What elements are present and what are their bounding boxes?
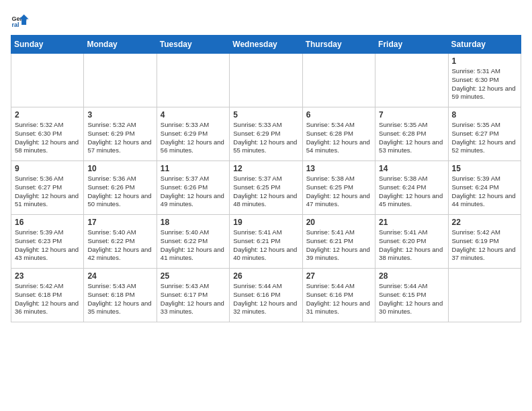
day-info: Sunrise: 5:36 AM Sunset: 6:27 PM Dayligh…	[15, 175, 80, 209]
day-info: Sunrise: 5:32 AM Sunset: 6:30 PM Dayligh…	[15, 121, 80, 155]
day-info: Sunrise: 5:38 AM Sunset: 6:24 PM Dayligh…	[379, 175, 444, 209]
calendar-cell: 6Sunrise: 5:34 AM Sunset: 6:28 PM Daylig…	[302, 107, 375, 161]
day-number: 21	[379, 218, 444, 227]
day-info: Sunrise: 5:43 AM Sunset: 6:17 PM Dayligh…	[161, 282, 226, 316]
calendar-cell: 19Sunrise: 5:41 AM Sunset: 6:21 PM Dayli…	[230, 215, 302, 269]
calendar-cell: 23Sunrise: 5:42 AM Sunset: 6:18 PM Dayli…	[11, 269, 84, 322]
day-number: 5	[233, 110, 298, 120]
calendar-cell: 10Sunrise: 5:36 AM Sunset: 6:26 PM Dayli…	[84, 161, 157, 215]
day-number: 22	[452, 218, 517, 227]
calendar-table: SundayMondayTuesdayWednesdayThursdayFrid…	[11, 35, 521, 322]
logo-icon: Gene ral	[11, 11, 30, 30]
day-info: Sunrise: 5:37 AM Sunset: 6:26 PM Dayligh…	[161, 175, 226, 209]
day-number: 26	[233, 271, 298, 281]
calendar-cell: 9Sunrise: 5:36 AM Sunset: 6:27 PM Daylig…	[11, 161, 84, 215]
calendar-cell: 26Sunrise: 5:44 AM Sunset: 6:16 PM Dayli…	[230, 269, 302, 322]
calendar-cell: 2Sunrise: 5:32 AM Sunset: 6:30 PM Daylig…	[11, 107, 84, 161]
calendar-cell: 14Sunrise: 5:38 AM Sunset: 6:24 PM Dayli…	[375, 161, 448, 215]
day-number: 7	[379, 110, 444, 120]
day-info: Sunrise: 5:33 AM Sunset: 6:29 PM Dayligh…	[161, 121, 226, 155]
day-number: 6	[306, 110, 371, 120]
day-info: Sunrise: 5:33 AM Sunset: 6:29 PM Dayligh…	[233, 121, 298, 155]
day-info: Sunrise: 5:41 AM Sunset: 6:21 PM Dayligh…	[233, 228, 298, 263]
calendar-cell	[84, 54, 157, 107]
calendar-cell	[230, 54, 302, 107]
day-info: Sunrise: 5:34 AM Sunset: 6:28 PM Dayligh…	[306, 121, 371, 155]
calendar-cell: 7Sunrise: 5:35 AM Sunset: 6:28 PM Daylig…	[375, 107, 448, 161]
day-info: Sunrise: 5:44 AM Sunset: 6:16 PM Dayligh…	[233, 282, 298, 316]
calendar-cell: 17Sunrise: 5:40 AM Sunset: 6:22 PM Dayli…	[84, 215, 157, 269]
calendar-cell: 15Sunrise: 5:39 AM Sunset: 6:24 PM Dayli…	[448, 161, 521, 215]
day-info: Sunrise: 5:36 AM Sunset: 6:26 PM Dayligh…	[87, 175, 152, 209]
day-number: 16	[15, 218, 80, 227]
day-info: Sunrise: 5:39 AM Sunset: 6:23 PM Dayligh…	[15, 228, 80, 263]
calendar-cell	[448, 269, 521, 322]
calendar-cell: 12Sunrise: 5:37 AM Sunset: 6:25 PM Dayli…	[230, 161, 302, 215]
day-info: Sunrise: 5:32 AM Sunset: 6:29 PM Dayligh…	[87, 121, 152, 155]
weekday-header-wednesday: Wednesday	[230, 36, 302, 54]
day-info: Sunrise: 5:40 AM Sunset: 6:22 PM Dayligh…	[87, 228, 152, 263]
calendar-cell: 13Sunrise: 5:38 AM Sunset: 6:25 PM Dayli…	[302, 161, 375, 215]
calendar-cell: 20Sunrise: 5:41 AM Sunset: 6:21 PM Dayli…	[302, 215, 375, 269]
day-number: 23	[15, 271, 80, 281]
day-info: Sunrise: 5:40 AM Sunset: 6:22 PM Dayligh…	[161, 228, 226, 263]
day-number: 2	[15, 110, 80, 120]
calendar-cell: 27Sunrise: 5:44 AM Sunset: 6:16 PM Dayli…	[302, 269, 375, 322]
calendar-cell: 11Sunrise: 5:37 AM Sunset: 6:26 PM Dayli…	[157, 161, 229, 215]
calendar-cell: 28Sunrise: 5:44 AM Sunset: 6:15 PM Dayli…	[375, 269, 448, 322]
calendar-cell: 16Sunrise: 5:39 AM Sunset: 6:23 PM Dayli…	[11, 215, 84, 269]
weekday-header-thursday: Thursday	[302, 36, 375, 54]
day-info: Sunrise: 5:41 AM Sunset: 6:20 PM Dayligh…	[379, 228, 444, 263]
calendar-cell: 8Sunrise: 5:35 AM Sunset: 6:27 PM Daylig…	[448, 107, 521, 161]
calendar-week-row: 1Sunrise: 5:31 AM Sunset: 6:30 PM Daylig…	[11, 54, 521, 107]
calendar-cell	[302, 54, 375, 107]
calendar-cell: 25Sunrise: 5:43 AM Sunset: 6:17 PM Dayli…	[157, 269, 229, 322]
weekday-header-saturday: Saturday	[448, 36, 521, 54]
day-number: 1	[452, 56, 517, 66]
weekday-header-monday: Monday	[84, 36, 157, 54]
day-info: Sunrise: 5:43 AM Sunset: 6:18 PM Dayligh…	[87, 282, 152, 316]
day-number: 14	[379, 164, 444, 173]
day-number: 12	[233, 164, 298, 173]
svg-text:ral: ral	[11, 21, 19, 28]
day-number: 24	[87, 271, 152, 281]
calendar-cell: 18Sunrise: 5:40 AM Sunset: 6:22 PM Dayli…	[157, 215, 229, 269]
calendar-header-row: SundayMondayTuesdayWednesdayThursdayFrid…	[11, 36, 521, 54]
calendar-week-row: 16Sunrise: 5:39 AM Sunset: 6:23 PM Dayli…	[11, 215, 521, 269]
day-info: Sunrise: 5:41 AM Sunset: 6:21 PM Dayligh…	[306, 228, 371, 263]
calendar-cell	[157, 54, 229, 107]
calendar-cell: 22Sunrise: 5:42 AM Sunset: 6:19 PM Dayli…	[448, 215, 521, 269]
day-number: 15	[452, 164, 517, 173]
day-number: 27	[306, 271, 371, 281]
day-info: Sunrise: 5:37 AM Sunset: 6:25 PM Dayligh…	[233, 175, 298, 209]
calendar-cell: 3Sunrise: 5:32 AM Sunset: 6:29 PM Daylig…	[84, 107, 157, 161]
day-number: 3	[87, 110, 152, 120]
weekday-header-tuesday: Tuesday	[157, 36, 229, 54]
day-number: 20	[306, 218, 371, 227]
day-info: Sunrise: 5:35 AM Sunset: 6:28 PM Dayligh…	[379, 121, 444, 155]
weekday-header-sunday: Sunday	[11, 36, 84, 54]
day-number: 8	[452, 110, 517, 120]
calendar-cell	[375, 54, 448, 107]
day-number: 9	[15, 164, 80, 173]
day-number: 18	[161, 218, 226, 227]
day-info: Sunrise: 5:44 AM Sunset: 6:15 PM Dayligh…	[379, 282, 444, 316]
page-header: Gene ral	[11, 11, 521, 30]
calendar-cell: 5Sunrise: 5:33 AM Sunset: 6:29 PM Daylig…	[230, 107, 302, 161]
day-info: Sunrise: 5:42 AM Sunset: 6:18 PM Dayligh…	[15, 282, 80, 316]
logo: Gene ral	[11, 11, 32, 30]
day-info: Sunrise: 5:35 AM Sunset: 6:27 PM Dayligh…	[452, 121, 517, 155]
day-info: Sunrise: 5:42 AM Sunset: 6:19 PM Dayligh…	[452, 228, 517, 263]
calendar-cell: 1Sunrise: 5:31 AM Sunset: 6:30 PM Daylig…	[448, 54, 521, 107]
calendar-cell: 4Sunrise: 5:33 AM Sunset: 6:29 PM Daylig…	[157, 107, 229, 161]
day-number: 17	[87, 218, 152, 227]
calendar-cell: 24Sunrise: 5:43 AM Sunset: 6:18 PM Dayli…	[84, 269, 157, 322]
calendar-cell: 21Sunrise: 5:41 AM Sunset: 6:20 PM Dayli…	[375, 215, 448, 269]
day-number: 4	[161, 110, 226, 120]
day-number: 19	[233, 218, 298, 227]
day-info: Sunrise: 5:39 AM Sunset: 6:24 PM Dayligh…	[452, 175, 517, 209]
day-info: Sunrise: 5:44 AM Sunset: 6:16 PM Dayligh…	[306, 282, 371, 316]
day-number: 28	[379, 271, 444, 281]
day-number: 25	[161, 271, 226, 281]
calendar-week-row: 2Sunrise: 5:32 AM Sunset: 6:30 PM Daylig…	[11, 107, 521, 161]
